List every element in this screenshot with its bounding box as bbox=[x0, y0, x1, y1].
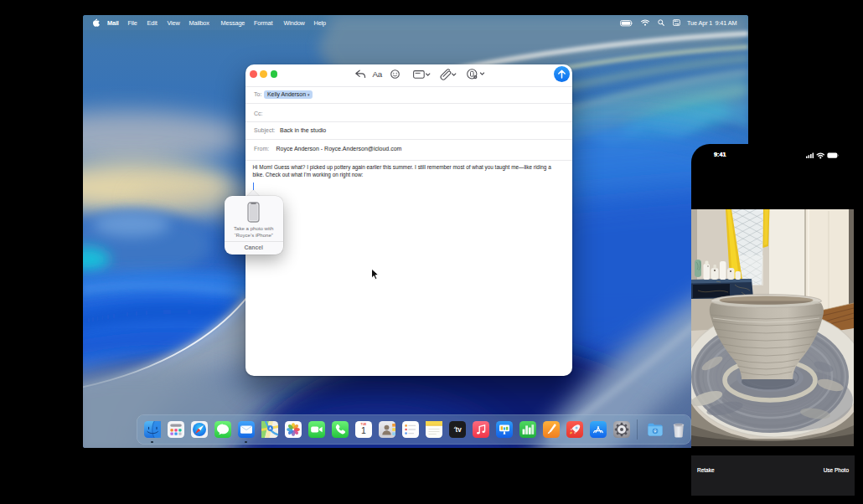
svg-text:tv: tv bbox=[455, 426, 462, 434]
svg-text:1: 1 bbox=[361, 425, 366, 435]
